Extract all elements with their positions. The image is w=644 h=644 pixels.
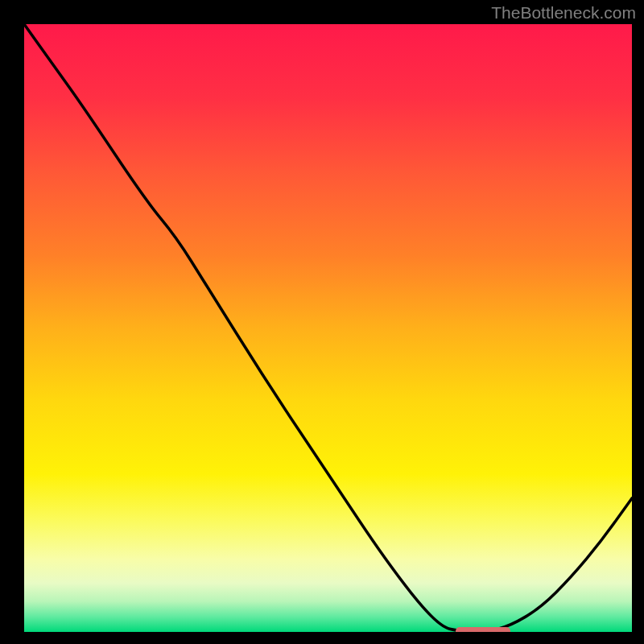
watermark-text: TheBottleneck.com bbox=[491, 3, 636, 23]
highlight-marker bbox=[456, 627, 510, 632]
chart-container: TheBottleneck.com bbox=[0, 0, 644, 644]
curve-line bbox=[24, 24, 632, 632]
plot-area bbox=[24, 24, 632, 632]
